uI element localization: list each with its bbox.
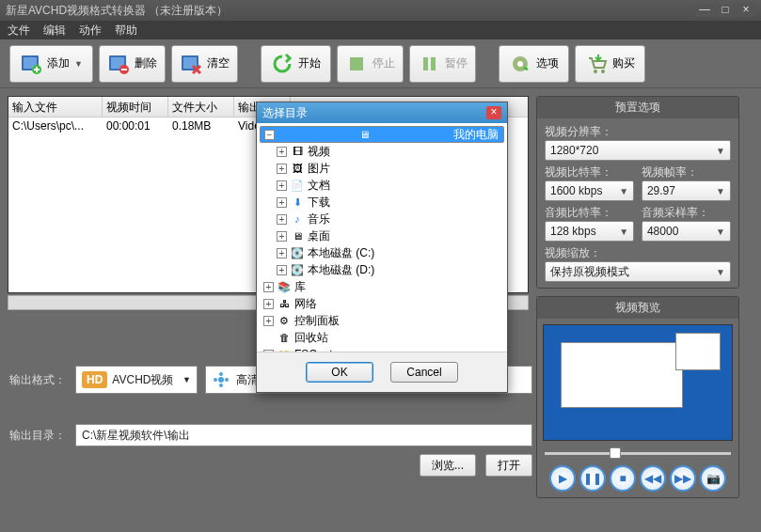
resolution-select[interactable]: 1280*720▼ [545,140,731,161]
collapse-icon[interactable]: − [264,130,275,140]
dialog-close-button[interactable]: × [486,106,501,119]
tree-fscapture[interactable]: +📁FSCapture [260,346,504,352]
browse-button[interactable]: 浏览... [420,454,476,477]
cell-size: 0.18MB [168,117,234,136]
film-icon: 🎞 [291,145,304,158]
scale-select[interactable]: 保持原视频模式▼ [545,261,731,282]
document-icon: 📄 [291,179,304,192]
col-size[interactable]: 文件大小 [168,97,234,117]
cell-file: C:\Users\pc\... [8,117,103,136]
folder-tree[interactable]: −🖥我的电脑 +🎞视频 +🖼图片 +📄文档 +⬇下载 +♪音乐 +🖥桌面 +💽本… [257,123,507,352]
slider-thumb[interactable] [610,447,621,459]
tree-network[interactable]: +🖧网络 [260,295,504,312]
tree-video[interactable]: +🎞视频 [260,143,504,160]
tree-documents[interactable]: +📄文档 [260,177,504,194]
tree-music[interactable]: +♪音乐 [260,211,504,227]
next-button[interactable]: ▶▶ [670,465,696,492]
seek-slider[interactable] [537,446,738,460]
tree-control-panel[interactable]: +⚙控制面板 [260,312,504,329]
computer-icon: 🖥 [357,128,371,141]
add-button[interactable]: 添加 ▼ [9,45,93,83]
expand-icon[interactable]: + [277,231,287,242]
expand-icon[interactable]: + [263,299,274,309]
expand-icon[interactable]: + [277,180,287,191]
stop-play-button[interactable]: ■ [610,465,636,492]
delete-button[interactable]: 删除 [99,45,166,83]
expand-icon[interactable]: + [277,248,287,258]
buy-button[interactable]: 购买 [575,45,645,83]
chevron-down-icon: ▼ [716,186,725,196]
film-delete-icon [107,53,130,75]
scale-label: 视频缩放： [545,245,731,261]
vbitrate-label: 视频比特率： [545,164,634,180]
tree-downloads[interactable]: +⬇下载 [260,194,504,211]
play-button[interactable]: ▶ [549,465,576,492]
open-button[interactable]: 打开 [485,454,532,477]
tree-recycle[interactable]: 🗑回收站 [260,329,504,346]
picture-icon: 🖼 [291,162,304,175]
tree-desktop[interactable]: +🖥桌面 [260,227,504,244]
expand-icon[interactable]: + [277,147,287,157]
col-time[interactable]: 视频时间 [103,97,168,117]
menubar: 文件 编辑 动作 帮助 [0,21,761,39]
tree-library[interactable]: +📚库 [260,278,504,295]
stop-icon [345,53,368,75]
svg-point-20 [225,378,229,382]
tree-disk-c[interactable]: +💽本地磁盘 (C:) [260,244,504,261]
dialog-cancel-button[interactable]: Cancel [390,362,458,383]
stop-button[interactable]: 停止 [337,45,404,83]
menu-edit[interactable]: 编辑 [43,23,66,39]
delete-label: 删除 [135,55,157,71]
svg-point-13 [517,61,523,67]
menu-file[interactable]: 文件 [8,23,30,39]
vbitrate-select[interactable]: 1600 kbps▼ [545,180,634,201]
menu-help[interactable]: 帮助 [115,23,137,39]
start-label: 开始 [298,55,321,71]
abitrate-label: 音频比特率： [545,205,634,221]
maximize-button[interactable]: □ [716,4,735,17]
chevron-down-icon: ▼ [619,227,628,237]
cell-time: 00:00:01 [103,117,168,136]
expand-icon[interactable]: + [277,214,287,225]
chevron-down-icon: ▼ [619,186,628,196]
resolution-label: 视频分辨率： [545,124,731,140]
library-icon: 📚 [277,280,291,293]
output-category[interactable]: HD AVCHD视频 ▼ [75,366,198,394]
refresh-icon [271,53,293,75]
dialog-ok-button[interactable]: OK [306,362,373,383]
pause-play-button[interactable]: ❚❚ [579,465,606,492]
abitrate-select[interactable]: 128 kbps▼ [545,221,634,242]
expand-icon[interactable]: + [277,164,287,174]
minimize-button[interactable]: — [695,4,714,17]
col-file[interactable]: 输入文件 [8,97,103,117]
prev-button[interactable]: ◀◀ [640,465,666,492]
tree-pictures[interactable]: +🖼图片 [260,160,504,177]
asample-select[interactable]: 48000▼ [642,221,731,242]
fps-label: 视频帧率： [642,164,731,180]
tree-disk-d[interactable]: +💽本地磁盘 (D:) [260,261,504,278]
cart-icon [585,53,608,75]
options-button[interactable]: 选项 [499,45,569,83]
expand-icon[interactable]: + [263,316,274,326]
snapshot-button[interactable]: 📷 [700,465,726,492]
folder-dialog: 选择目录 × −🖥我的电脑 +🎞视频 +🖼图片 +📄文档 +⬇下载 +♪音乐 +… [256,102,508,393]
download-icon: ⬇ [291,196,304,209]
svg-rect-9 [350,57,363,70]
fps-select[interactable]: 29.97▼ [642,180,731,201]
menu-action[interactable]: 动作 [79,23,102,39]
output-dir-input[interactable]: C:\新星视频软件\输出 [75,424,532,446]
chevron-down-icon: ▼ [716,267,725,277]
asample-label: 音频采样率： [642,205,731,221]
chevron-down-icon: ▼ [182,375,191,384]
close-button[interactable]: × [737,4,755,17]
tree-my-computer[interactable]: −🖥我的电脑 [260,126,504,143]
start-button[interactable]: 开始 [261,45,331,83]
pause-button[interactable]: 暂停 [409,45,476,83]
expand-icon[interactable]: + [277,197,287,208]
expand-icon[interactable]: + [263,282,274,292]
drive-icon: 💽 [291,263,304,276]
expand-icon[interactable]: + [277,265,287,275]
clear-button[interactable]: 清空 [171,45,238,83]
drive-icon: 💽 [291,246,304,259]
window-titlebar: 新星AVCHD视频格式转换器 （未注册版本） — □ × [0,0,761,21]
